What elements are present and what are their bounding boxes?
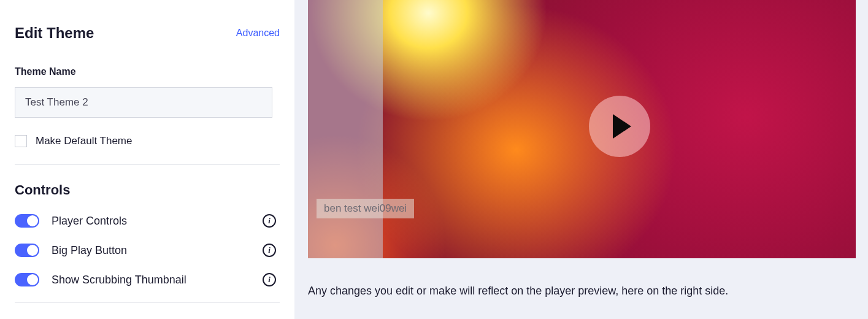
- settings-panel: Edit Theme Advanced Theme Name Make Defa…: [0, 0, 294, 319]
- big-play-button-label: Big Play Button: [52, 244, 250, 257]
- toggle-row-big-play-button: Big Play Button i: [15, 244, 280, 257]
- make-default-row: Make Default Theme: [15, 135, 280, 147]
- divider: [15, 164, 280, 165]
- player-preview: ben test wei09wei: [308, 0, 856, 258]
- player-controls-toggle[interactable]: [15, 214, 39, 228]
- page-title: Edit Theme: [15, 25, 94, 42]
- scrubbing-thumbnail-label: Show Scrubbing Thumbnail: [52, 274, 250, 286]
- video-title-chip: ben test wei09wei: [317, 199, 414, 218]
- advanced-link[interactable]: Advanced: [236, 28, 280, 39]
- preview-hint: Any changes you edit or make will reflec…: [308, 283, 842, 300]
- preview-panel: ben test wei09wei Any changes you edit o…: [294, 0, 868, 319]
- player-left-mask: [308, 0, 383, 258]
- player-background: [308, 0, 856, 258]
- make-default-checkbox[interactable]: [15, 135, 27, 147]
- info-icon[interactable]: i: [263, 244, 276, 257]
- info-icon[interactable]: i: [263, 273, 276, 286]
- scrubbing-thumbnail-toggle[interactable]: [15, 273, 39, 286]
- player-controls-label: Player Controls: [52, 215, 250, 228]
- controls-section-title: Controls: [15, 182, 280, 198]
- toggle-row-scrubbing-thumbnail: Show Scrubbing Thumbnail i: [15, 273, 280, 286]
- big-play-button-toggle[interactable]: [15, 244, 39, 257]
- theme-name-input[interactable]: [15, 87, 272, 118]
- play-icon: [613, 114, 631, 139]
- theme-name-label: Theme Name: [15, 66, 280, 77]
- divider: [15, 302, 280, 303]
- header-row: Edit Theme Advanced: [15, 25, 280, 42]
- play-button[interactable]: [589, 96, 650, 157]
- info-icon[interactable]: i: [263, 214, 276, 228]
- toggle-row-player-controls: Player Controls i: [15, 214, 280, 228]
- make-default-label: Make Default Theme: [36, 135, 132, 147]
